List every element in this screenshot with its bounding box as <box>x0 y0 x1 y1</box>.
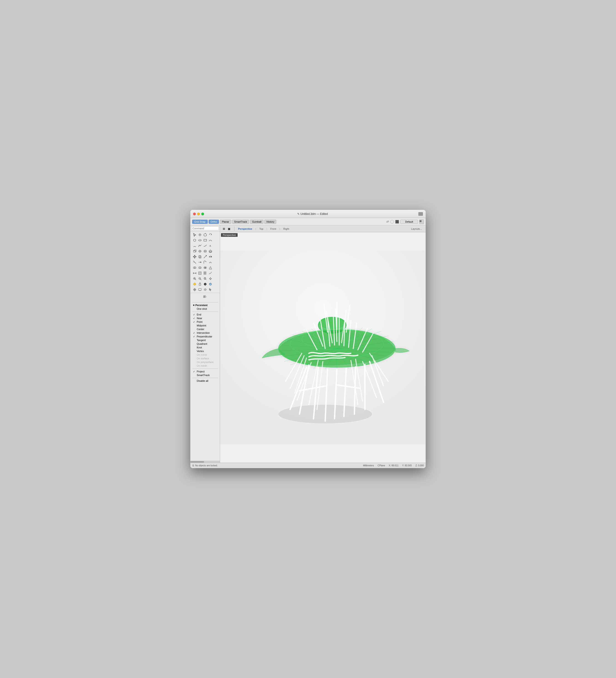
ortho-button[interactable]: Ortho <box>208 220 219 224</box>
snap-disable-all[interactable]: Disable all <box>192 379 218 383</box>
snap-on-curve[interactable]: On curve <box>192 353 218 356</box>
sphere-tool[interactable] <box>197 249 202 254</box>
snap-project[interactable]: Project <box>192 370 218 373</box>
tools-scrollbar[interactable] <box>190 461 220 463</box>
snap-end[interactable]: End <box>192 313 218 316</box>
rotate-tool[interactable] <box>208 232 213 237</box>
box-tool[interactable] <box>192 249 197 254</box>
snap-knot[interactable]: Knot <box>192 346 218 349</box>
grid-snap-button[interactable]: Grid Snap <box>192 220 208 224</box>
snap-tangent[interactable]: Tangent <box>192 338 218 342</box>
viewport-single-icon[interactable]: ▣ <box>227 227 231 231</box>
cylinder-tool[interactable] <box>203 249 208 254</box>
snap-on-surface[interactable]: On surface <box>192 356 218 360</box>
point-tool[interactable] <box>197 232 202 237</box>
viewport[interactable]: Perspective <box>220 232 426 463</box>
display-tool[interactable] <box>197 287 202 292</box>
viewport-grid-icon[interactable]: ⊞ <box>222 227 226 231</box>
snap-quadrant[interactable]: Quadrant <box>192 342 218 346</box>
hatch-tool[interactable] <box>197 271 202 276</box>
color-wheel-tool[interactable] <box>203 281 208 287</box>
color-swatch[interactable] <box>395 220 399 224</box>
view-tool[interactable] <box>192 287 197 292</box>
svg-point-3 <box>194 239 196 241</box>
zoom-in-tool[interactable] <box>192 276 197 281</box>
curve-tool[interactable] <box>208 238 213 243</box>
material-tool[interactable] <box>208 281 213 287</box>
maximize-button[interactable] <box>201 213 204 215</box>
default-dropdown[interactable]: Default <box>400 220 418 224</box>
text-tool[interactable]: A <box>208 243 213 248</box>
boolean-diff[interactable] <box>197 265 202 270</box>
history-button[interactable]: History <box>264 220 276 224</box>
move-tool[interactable] <box>192 254 197 259</box>
svg-text:A: A <box>209 244 211 247</box>
zoom-extent-tool[interactable] <box>203 276 208 281</box>
sidebar-toggle[interactable] <box>418 212 423 216</box>
extend-tool[interactable] <box>197 260 202 265</box>
svg-marker-29 <box>201 262 201 263</box>
grid-view-button[interactable]: ⊞ <box>419 220 424 224</box>
analyze-tool[interactable] <box>208 271 213 276</box>
pointer-tool[interactable] <box>208 287 213 292</box>
polyline-tool[interactable] <box>197 243 202 248</box>
layouts-button[interactable]: Layouts... <box>409 227 424 231</box>
snap-point[interactable]: Point <box>192 320 218 324</box>
lasso-tool[interactable] <box>203 232 208 237</box>
scale-tool[interactable] <box>203 254 208 259</box>
statusbar: ☰ No objects are locked. Millimeters CPl… <box>190 463 426 468</box>
snap-end-label: End <box>197 313 201 316</box>
snap-quadrant-label: Quadrant <box>197 342 207 345</box>
snap-intersection[interactable]: Intersection <box>192 331 218 335</box>
snap-on-polysurface[interactable]: On polysurface <box>192 360 218 364</box>
snap-group-persistent[interactable]: Persistent <box>192 303 218 307</box>
close-button[interactable] <box>193 213 196 215</box>
layout-tool[interactable]: ⊞↓ <box>192 294 218 299</box>
snap-one-shot[interactable]: One shot <box>192 307 218 311</box>
pan-tool[interactable] <box>208 276 213 281</box>
mesh-tool[interactable] <box>208 265 213 270</box>
snap-near[interactable]: Near <box>192 316 218 320</box>
render-tool[interactable] <box>192 281 197 287</box>
gumball-button[interactable]: Gumball <box>250 220 263 224</box>
tab-perspective[interactable]: Perspective <box>236 227 255 231</box>
dimension-tool[interactable] <box>192 271 197 276</box>
offset-tool[interactable] <box>208 260 213 265</box>
lock-tool[interactable] <box>197 281 202 287</box>
freeform-tool[interactable] <box>203 243 208 248</box>
arc-tool[interactable] <box>192 243 197 248</box>
fillet-tool[interactable] <box>203 260 208 265</box>
minimize-button[interactable] <box>197 213 200 215</box>
osnap-tool[interactable] <box>203 287 208 292</box>
snap-separator-1 <box>192 311 218 312</box>
copy-tool[interactable] <box>197 254 202 259</box>
select-tool[interactable] <box>192 232 197 237</box>
tab-top[interactable]: Top <box>257 227 266 231</box>
boolean-intersect[interactable] <box>203 265 208 270</box>
tools-scrollbar-thumb[interactable] <box>190 461 204 463</box>
tab-front[interactable]: Front <box>268 227 278 231</box>
svg-rect-5 <box>204 239 206 241</box>
snap-vertex[interactable]: Vertex <box>192 349 218 353</box>
boolean-union[interactable] <box>192 265 197 270</box>
ellipse-tool[interactable] <box>197 238 202 243</box>
snap-on-mesh[interactable]: On mesh <box>192 364 218 368</box>
tab-right[interactable]: Right <box>281 227 292 231</box>
zoom-out-tool[interactable] <box>197 276 202 281</box>
command-input-area <box>190 225 220 232</box>
planar-button[interactable]: Planar <box>220 220 231 224</box>
rect-tool[interactable] <box>203 238 208 243</box>
extrude-tool[interactable] <box>208 249 213 254</box>
snap-midpoint[interactable]: Midpoint <box>192 324 218 327</box>
array-tool[interactable] <box>203 271 208 276</box>
snap-perpendicular[interactable]: Perpendicular <box>192 335 218 338</box>
mirror-tool[interactable] <box>208 254 213 259</box>
smart-track-button[interactable]: SmartTrack <box>232 220 249 224</box>
circle-tool[interactable] <box>192 238 197 243</box>
tool-row-8 <box>191 270 219 276</box>
tool-row-2 <box>191 237 219 243</box>
snap-center[interactable]: Center <box>192 327 218 331</box>
command-input[interactable] <box>191 226 219 230</box>
trim-tool[interactable] <box>192 260 197 265</box>
snap-smarttrack[interactable]: SmartTrack <box>192 373 218 377</box>
